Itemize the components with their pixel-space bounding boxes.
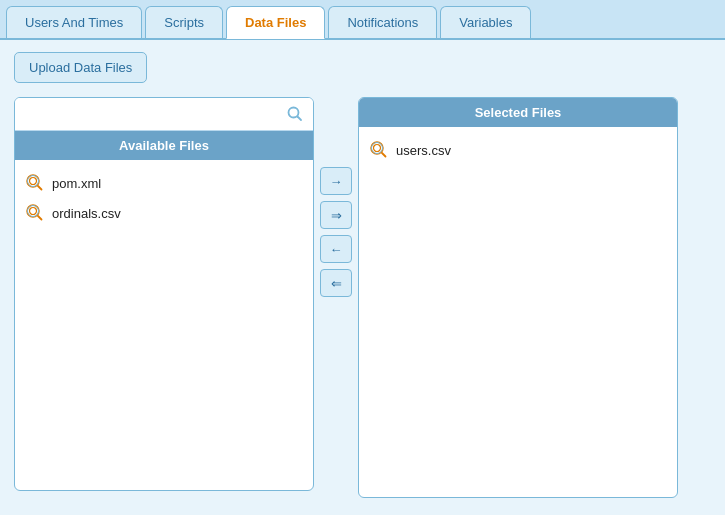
move-all-right-button[interactable]: ⇒ bbox=[320, 201, 352, 229]
available-files-header: Available Files bbox=[15, 131, 313, 160]
arrow-buttons-column: → ⇒ ← ⇐ bbox=[314, 157, 358, 307]
tab-bar: Users And Times Scripts Data Files Notif… bbox=[0, 0, 725, 40]
svg-line-8 bbox=[38, 216, 42, 220]
tab-users-and-times[interactable]: Users And Times bbox=[6, 6, 142, 38]
search-icon[interactable] bbox=[284, 103, 306, 125]
file-name: users.csv bbox=[396, 143, 451, 158]
tab-notifications[interactable]: Notifications bbox=[328, 6, 437, 38]
svg-line-12 bbox=[382, 153, 386, 157]
available-file-list: pom.xml ordinals.csv bbox=[15, 160, 313, 490]
tab-data-files[interactable]: Data Files bbox=[226, 6, 325, 39]
search-bar bbox=[15, 98, 313, 131]
upload-data-files-button[interactable]: Upload Data Files bbox=[14, 52, 147, 83]
move-all-left-button[interactable]: ⇐ bbox=[320, 269, 352, 297]
file-search-icon bbox=[25, 173, 45, 193]
move-left-button[interactable]: ← bbox=[320, 235, 352, 263]
tab-variables[interactable]: Variables bbox=[440, 6, 531, 38]
selected-files-panel: Selected Files users.csv bbox=[358, 97, 678, 498]
main-content: Upload Data Files Available Files bbox=[0, 40, 725, 510]
available-files-panel: Available Files pom.xml bbox=[14, 97, 314, 491]
list-item[interactable]: pom.xml bbox=[21, 168, 307, 198]
list-item[interactable]: users.csv bbox=[365, 135, 671, 165]
tab-scripts[interactable]: Scripts bbox=[145, 6, 223, 38]
panels-row: Available Files pom.xml bbox=[14, 97, 711, 498]
move-right-button[interactable]: → bbox=[320, 167, 352, 195]
selected-file-list: users.csv bbox=[359, 127, 677, 497]
file-name: pom.xml bbox=[52, 176, 101, 191]
file-search-icon bbox=[25, 203, 45, 223]
svg-line-1 bbox=[298, 117, 302, 121]
file-name: ordinals.csv bbox=[52, 206, 121, 221]
selected-files-header: Selected Files bbox=[359, 98, 677, 127]
file-search-icon bbox=[369, 140, 389, 160]
list-item[interactable]: ordinals.csv bbox=[21, 198, 307, 228]
svg-line-4 bbox=[38, 186, 42, 190]
